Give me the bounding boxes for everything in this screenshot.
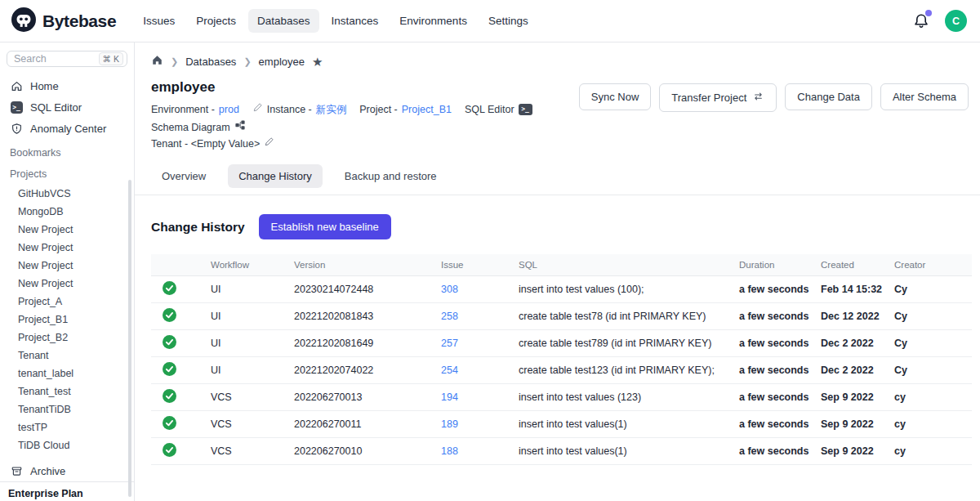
sidebar-project-tenant-test[interactable]: Tenant_test [0,382,134,400]
sidebar-project-testtp[interactable]: testTP [0,418,134,436]
sidebar-project-tidb-cloud[interactable]: TiDB Cloud [0,436,134,454]
establish-baseline-button[interactable]: Establish new baseline [259,214,391,239]
breadcrumb-home-icon[interactable] [151,54,163,69]
tab-change-history[interactable]: Change History [228,164,323,188]
sidebar-search[interactable]: ⌘ K [7,51,127,67]
notifications-bell-icon[interactable] [912,12,930,30]
breadcrumb-employee[interactable]: employee [259,56,305,68]
col-sql: SQL [519,254,739,276]
issue-link[interactable]: 308 [441,284,458,295]
cell-duration: a few seconds [739,276,821,303]
bytebase-logo[interactable]: Bytebase [11,7,116,35]
table-row[interactable]: VCS202206270010188insert into test value… [151,438,972,465]
sidebar-project-tenant[interactable]: Tenant [0,347,134,365]
sidebar-scrollbar[interactable] [128,180,131,497]
sidebar-item-label: Anomaly Center [30,123,106,135]
cell-creator: Cy [894,357,972,384]
cell-sql: create table test78 (id int PRIMARY KEY) [519,303,739,330]
sidebar: ⌘ K Home >_ SQL Editor [0,42,135,501]
nav-item-databases[interactable]: Databases [248,9,319,33]
tab-overview[interactable]: Overview [151,164,216,188]
nav-item-issues[interactable]: Issues [134,9,184,33]
col-status [151,254,211,276]
meta-environment: Environment - prod [151,101,239,118]
cell-creator: Cy [894,276,972,303]
breadcrumb-separator: ❯ [171,56,178,67]
table-row[interactable]: UI20221202081649257create table test789 … [151,330,972,357]
sidebar-project-new-project-1[interactable]: New Project [0,221,134,239]
alter-schema-button[interactable]: Alter Schema [880,83,969,110]
issue-link[interactable]: 194 [441,391,458,403]
cell-created: Dec 2 2022 [821,357,894,384]
favorite-star-icon[interactable]: ★ [312,56,323,68]
sidebar-project-project-b1[interactable]: Project_B1 [0,311,134,329]
table-row[interactable]: UI20221202074022254create table test123 … [151,357,972,384]
environment-link[interactable]: prod [219,101,239,118]
sidebar-item-sql-editor[interactable]: >_ SQL Editor [0,96,134,118]
table-row[interactable]: VCS202206270013194insert into test value… [151,384,972,411]
issue-link[interactable]: 254 [441,365,458,376]
breadcrumb-separator: ❯ [243,56,251,67]
nav-item-settings[interactable]: Settings [479,9,537,33]
breadcrumb-databases[interactable]: Databases [185,56,236,68]
col-workflow: Workflow [211,254,294,276]
cell-created: Dec 2 2022 [821,330,894,357]
cell-sql: insert into test values(1) [519,438,739,465]
sidebar-project-new-project-2[interactable]: New Project [0,239,134,257]
tab-backup-and-restore[interactable]: Backup and restore [334,164,448,188]
instance-link[interactable]: 新实例 [316,101,347,118]
cell-sql: insert into test values (100); [519,276,739,303]
issue-link[interactable]: 189 [441,418,458,430]
table-row[interactable]: UI20230214072448308insert into test valu… [151,276,972,303]
main-content: ❯ Databases ❯ employee ★ employee Enviro… [135,42,980,501]
sidebar-project-tenanttidb[interactable]: TenantTiDB [0,400,134,418]
table-row[interactable]: VCS202206270011189insert into test value… [151,411,972,438]
pen-icon [252,101,263,118]
sidebar-project-new-project-4[interactable]: New Project [0,275,134,293]
cell-workflow: UI [211,357,294,384]
sidebar-project-tenant-label[interactable]: tenant_label [0,365,134,382]
sidebar-item-home[interactable]: Home [0,75,134,96]
nav-item-projects[interactable]: Projects [187,9,245,33]
project-link[interactable]: Project_B1 [402,101,452,118]
success-check-icon [163,308,176,322]
sidebar-project-project-b2[interactable]: Project_B2 [0,329,134,347]
meta-schema-diagram-link[interactable]: Schema Diagram [151,119,246,136]
cell-version: 202206270010 [294,438,441,465]
cell-version: 20221202081649 [294,330,441,357]
sidebar-project-githubvcs[interactable]: GitHubVCS [0,185,134,203]
nav-item-environments[interactable]: Environments [390,9,476,33]
cell-creator: Cy [894,330,972,357]
change-data-button[interactable]: Change Data [785,83,872,110]
search-input[interactable] [14,53,87,65]
edit-pencil-icon[interactable] [264,136,274,152]
table-body: UI20230214072448308insert into test valu… [151,276,972,465]
cell-version: 202206270013 [294,384,441,411]
page-title: employee [151,79,579,96]
shield-icon [10,123,23,135]
table-row[interactable]: UI20221202081843258create table test78 (… [151,303,972,330]
meta-tenant: Tenant - <Empty Value> [151,136,274,152]
issue-link[interactable]: 188 [441,445,458,457]
sidebar-item-label: SQL Editor [30,101,82,114]
meta-sql-editor-link[interactable]: SQL Editor >_ [465,101,532,118]
sidebar-project-mongodb[interactable]: MongoDB [0,203,134,221]
issue-link[interactable]: 258 [441,311,458,322]
sidebar-project-new-project-3[interactable]: New Project [0,257,134,275]
sidebar-item-anomaly-center[interactable]: Anomaly Center [0,118,134,139]
cell-created: Sep 9 2022 [821,384,894,411]
sync-now-button[interactable]: Sync Now [579,83,652,110]
transfer-project-button[interactable]: Transfer Project [659,83,777,112]
issue-link[interactable]: 257 [441,338,458,349]
user-avatar[interactable]: C [945,10,967,32]
cell-created: Sep 9 2022 [821,438,894,465]
database-meta: Environment - prod Instance - [151,101,579,152]
cell-created: Sep 9 2022 [821,411,894,438]
cell-duration: a few seconds [739,411,821,438]
table-header-row: Workflow Version Issue SQL Duration Crea… [151,254,972,276]
sidebar-item-archive[interactable]: Archive [0,461,134,481]
nav-item-instances[interactable]: Instances [323,9,388,33]
sidebar-nav: Home >_ SQL Editor [0,75,134,139]
terminal-icon: >_ [10,101,23,114]
sidebar-project-project-a[interactable]: Project_A [0,293,134,311]
